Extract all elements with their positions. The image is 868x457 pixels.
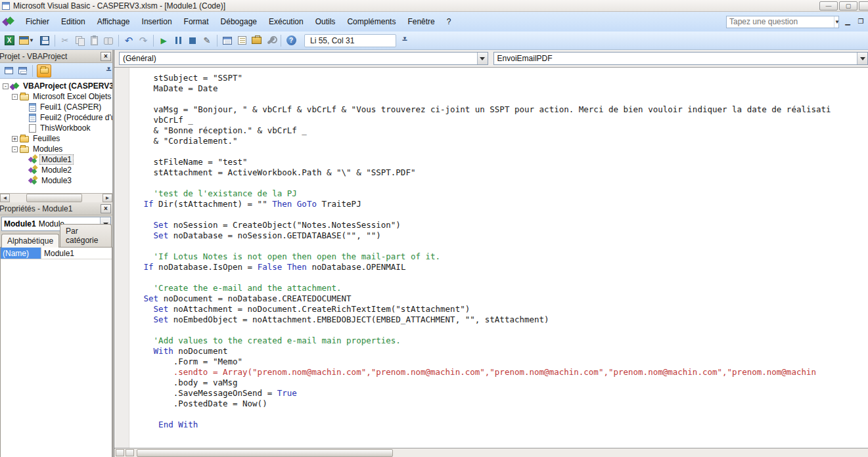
child-restore-button[interactable]: ❐ (856, 18, 865, 26)
tree-item-label[interactable]: Module2 (40, 165, 73, 175)
menu-item-outils[interactable]: Outils (309, 14, 342, 29)
code-line[interactable]: 'test de l'existance de la PJ (139, 188, 868, 199)
tree-item-module1[interactable]: Module1 (0, 154, 112, 165)
help-icon[interactable]: ? (285, 34, 298, 47)
view-object-icon[interactable] (16, 65, 28, 77)
code-line[interactable] (139, 209, 868, 220)
code-line[interactable]: vbCrLf _ (139, 115, 868, 125)
cut-icon[interactable]: ✂ (58, 34, 72, 47)
menu-item-fichier[interactable]: Fichier (20, 14, 55, 29)
project-close-icon[interactable]: × (101, 52, 111, 61)
menu-item--[interactable]: ? (441, 14, 457, 29)
object-dropdown[interactable]: (Général) (119, 52, 488, 65)
project-hscrollbar[interactable]: ◄ ► (0, 193, 112, 202)
code-line[interactable] (139, 409, 868, 420)
code-line[interactable]: If noDatabase.IsOpen = False Then noData… (139, 262, 868, 272)
project-toolbar-options-icon[interactable]: ▾▔ (106, 66, 111, 76)
toolbox-icon[interactable] (264, 34, 277, 47)
question-input[interactable] (727, 17, 834, 26)
tree-item-thisworkbook[interactable]: ThisWorkbook (0, 123, 112, 133)
view-code-icon[interactable] (3, 65, 14, 77)
tab-par-categorie[interactable]: Par catégorie (60, 224, 112, 247)
run-icon[interactable]: ▶ (157, 34, 170, 47)
code-line[interactable]: .sendto = Array("prenom.nom@machin.com",… (139, 367, 868, 378)
tree-item-label[interactable]: Module3 (40, 176, 73, 185)
tree-item-label[interactable]: VBAProject (CASPERV3.x (22, 81, 112, 91)
code-line[interactable]: stAttachment = ActiveWorkbook.Path & "\"… (139, 167, 868, 178)
code-line[interactable]: .Form = "Memo" (139, 357, 868, 367)
undo-icon[interactable]: ↶ (122, 34, 135, 47)
code-line[interactable]: 'Add values to the created e-mail main p… (139, 336, 868, 346)
insert-userform-icon[interactable]: ▼ (17, 34, 37, 47)
menu-item-insertion[interactable]: Insertion (136, 14, 178, 29)
code-line[interactable]: .PostedDate = Now() (139, 399, 868, 409)
code-line[interactable] (139, 178, 868, 188)
code-editor[interactable]: stSubject = "SSPT" MaDate = Date vaMsg =… (114, 67, 868, 448)
pause-icon[interactable] (171, 34, 185, 47)
code-scroll-thumb[interactable] (137, 449, 393, 457)
code-text[interactable]: stSubject = "SSPT" MaDate = Date vaMsg =… (129, 68, 868, 448)
menu-item-ex-cution[interactable]: Exécution (263, 14, 309, 29)
tree-item-feuil2-proc-dure-d-u[interactable]: Feuil2 (Procédure d'u (0, 112, 112, 123)
tree-item-modules[interactable]: -Modules (0, 144, 112, 154)
close-button[interactable] (859, 1, 868, 11)
tree-item-label[interactable]: Feuil2 (Procédure d'u (39, 113, 112, 122)
toggle-folders-icon[interactable] (37, 64, 51, 77)
menu-item-compl-ments[interactable]: Compléments (341, 14, 401, 29)
save-icon[interactable] (38, 34, 51, 47)
object-dropdown-icon[interactable] (477, 53, 488, 64)
code-line[interactable]: .SaveMessageOnSend = True (139, 388, 868, 399)
tree-item-label[interactable]: ThisWorkbook (39, 123, 91, 133)
menu-item-edition[interactable]: Edition (55, 14, 91, 29)
question-search-box[interactable]: ▼ (726, 16, 839, 28)
properties-window-icon[interactable] (235, 34, 248, 47)
redo-icon[interactable]: ↷ (137, 34, 150, 47)
code-line[interactable] (139, 241, 868, 251)
code-line[interactable]: End With (139, 420, 868, 430)
code-line[interactable]: stSubject = "SSPT" (139, 73, 868, 83)
collapse-icon[interactable]: - (12, 146, 18, 152)
tree-item-feuil1-casper[interactable]: Feuil1 (CASPER) (0, 102, 112, 112)
code-line[interactable] (139, 272, 868, 283)
margin-indicator-bar[interactable] (115, 68, 129, 448)
code-line[interactable] (139, 94, 868, 104)
properties-close-icon[interactable]: × (101, 204, 111, 213)
maximize-button[interactable]: ▢ (839, 1, 857, 11)
property-row[interactable]: (Name) Module1 (1, 248, 112, 259)
question-dropdown-icon[interactable]: ▼ (834, 16, 840, 28)
code-line[interactable]: vaMsg = "Bonjour, " & vbCrLf & vbCrLf & … (139, 104, 868, 115)
property-value-cell[interactable]: Module1 (41, 248, 112, 259)
code-line[interactable] (139, 325, 868, 336)
procedure-dropdown[interactable]: EnvoiEmailPDF (493, 52, 868, 65)
expand-icon[interactable]: + (12, 136, 18, 142)
property-name-cell[interactable]: (Name) (1, 248, 41, 259)
code-line[interactable]: Set noEmbedObject = noAttachment.EMBEDOB… (139, 315, 868, 325)
collapse-icon[interactable]: - (12, 94, 18, 100)
menu-item-format[interactable]: Format (178, 14, 215, 29)
code-line[interactable]: stFileName = "test" (139, 157, 868, 167)
scroll-right-icon[interactable]: ► (103, 194, 112, 202)
minimize-button[interactable]: — (819, 1, 838, 11)
menu-item-affichage[interactable]: Affichage (91, 14, 136, 29)
code-line[interactable]: .body = vaMsg (139, 378, 868, 388)
code-line[interactable]: & "Bonne réception." & vbCrLf _ (139, 125, 868, 136)
tree-item-label[interactable]: Feuil1 (CASPER) (39, 102, 103, 112)
tree-item-label[interactable]: Feuilles (32, 134, 61, 143)
code-line[interactable]: MaDate = Date (139, 83, 868, 94)
code-line[interactable]: Set noSession = CreateObject("Notes.Note… (139, 220, 868, 230)
tab-alphabetique[interactable]: Alphabétique (1, 234, 59, 248)
tree-item-microsoft-excel-objets[interactable]: -Microsoft Excel Objets (0, 91, 112, 102)
full-module-view-icon[interactable] (126, 449, 134, 456)
project-explorer-icon[interactable] (221, 34, 234, 47)
tree-item-label[interactable]: Module1 (40, 155, 73, 164)
child-minimize-button[interactable]: ▁ (843, 18, 852, 26)
code-line[interactable] (139, 146, 868, 157)
toolbar-options-icon[interactable]: ▾▔ (400, 35, 409, 46)
scroll-left-icon[interactable]: ◄ (0, 194, 10, 202)
code-hscrollbar[interactable] (114, 448, 868, 457)
tree-item-label[interactable]: Microsoft Excel Objets (32, 92, 112, 101)
tree-item-vbaproject-casperv3-x[interactable]: -VBAProject (CASPERV3.x (0, 81, 112, 91)
menu-item-fen-tre[interactable]: Fenêtre (401, 14, 440, 29)
code-line[interactable]: 'If Lotus Notes is not open then open th… (139, 251, 868, 262)
menu-item-d-bogage[interactable]: Débogage (215, 14, 263, 29)
